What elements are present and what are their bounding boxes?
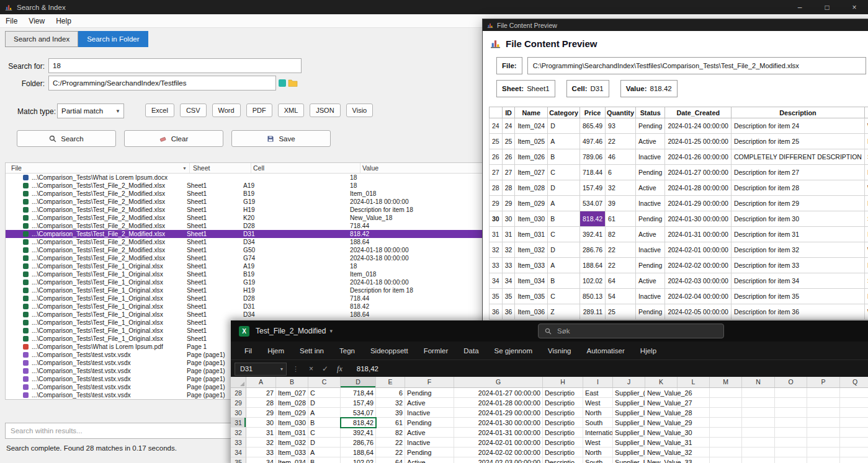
cell[interactable]: 2024-02-02 00:00:00 xyxy=(454,448,543,457)
file-type-button-pdf[interactable]: PDF xyxy=(246,104,272,117)
row-header-33[interactable]: 33 xyxy=(231,438,246,448)
cell[interactable]: 39 xyxy=(376,408,405,418)
cell[interactable]: New_Value_29 xyxy=(645,418,678,428)
preview-row[interactable]: 2424Item_024D865.4993Pending2024-01-24 0… xyxy=(490,118,868,134)
cell[interactable]: New_Value_26 xyxy=(645,388,678,398)
cell[interactable]: Pending xyxy=(405,388,454,398)
cell[interactable]: Item_032 xyxy=(276,438,308,448)
preview-row[interactable]: 2828Item_028D157.4932Active2024-01-28 00… xyxy=(490,180,868,196)
ribbon-tab-data[interactable]: Data xyxy=(463,347,478,355)
cell[interactable]: 534,07 xyxy=(341,408,376,418)
cell[interactable]: Active xyxy=(405,428,454,438)
cell[interactable] xyxy=(807,457,840,463)
cell[interactable] xyxy=(775,438,807,448)
preview-column-header[interactable]: Price xyxy=(579,107,605,118)
cell[interactable]: 34 xyxy=(246,457,276,463)
cell[interactable] xyxy=(710,418,742,428)
formula-bar-value[interactable]: 818,42 xyxy=(357,365,378,373)
column-header-d[interactable]: D xyxy=(341,377,376,387)
ribbon-tab-fil[interactable]: Fil xyxy=(244,347,252,355)
column-header-g[interactable]: G xyxy=(454,377,543,387)
cell[interactable]: New_Value_31 xyxy=(645,438,678,448)
cell[interactable] xyxy=(807,418,840,428)
maximize-button[interactable]: □ xyxy=(813,0,841,14)
cell[interactable]: West xyxy=(583,398,613,408)
cell[interactable]: Item_027 xyxy=(276,388,308,398)
ribbon-tab-tegn[interactable]: Tegn xyxy=(339,347,355,355)
cell[interactable] xyxy=(807,388,840,398)
cell[interactable]: Descriptio xyxy=(543,457,583,463)
search-button[interactable]: Search xyxy=(17,130,116,147)
ribbon-tab-se-gjennom[interactable]: Se gjennom xyxy=(494,347,532,355)
cell[interactable] xyxy=(775,398,807,408)
enter-icon[interactable]: ✓ xyxy=(322,364,328,373)
cell[interactable]: Descriptio xyxy=(543,438,583,448)
cell[interactable] xyxy=(775,408,807,418)
column-header-e[interactable]: E xyxy=(376,377,405,387)
cell[interactable] xyxy=(742,428,775,438)
cell[interactable]: 82 xyxy=(376,428,405,438)
preview-row[interactable]: 2929Item_029A534.0739Inactive2024-01-29 … xyxy=(490,196,868,211)
cell[interactable]: New_Value_32 xyxy=(645,448,678,457)
cell[interactable]: A xyxy=(308,448,341,457)
tab-search-and-index[interactable]: Search and Index xyxy=(5,31,78,47)
cell[interactable]: Descriptio xyxy=(543,398,583,408)
cell[interactable]: Item_034 xyxy=(276,457,308,463)
cell[interactable]: D xyxy=(308,398,341,408)
cell[interactable]: Inactive xyxy=(405,438,454,448)
cell[interactable]: Item_028 xyxy=(276,398,308,408)
cell[interactable]: Supplier_I xyxy=(613,428,645,438)
row-header-34[interactable]: 34 xyxy=(231,448,246,457)
file-type-button-word[interactable]: Word xyxy=(212,104,241,117)
cell[interactable] xyxy=(840,408,868,418)
browse-folder-icon[interactable] xyxy=(288,79,298,87)
cell[interactable]: 188,64 xyxy=(341,448,376,457)
cell[interactable] xyxy=(840,428,868,438)
column-header-j[interactable]: J xyxy=(613,377,645,387)
preview-row[interactable]: 3636Item_036Z289.1125Pending2024-02-05 0… xyxy=(490,304,868,320)
clear-button[interactable]: Clear xyxy=(124,130,223,147)
cell[interactable] xyxy=(742,438,775,448)
menu-view[interactable]: View xyxy=(23,15,50,27)
folder-input[interactable] xyxy=(48,76,276,90)
cell[interactable]: 64 xyxy=(376,457,405,463)
cell[interactable]: 30 xyxy=(246,418,276,428)
preview-row[interactable]: 2525Item_025A497.4622Active2024-01-25 00… xyxy=(490,134,868,149)
cell[interactable]: Active xyxy=(405,398,454,408)
preview-row[interactable]: 3434Item_034B102.0264Active2024-02-03 00… xyxy=(490,273,868,289)
ribbon-tab-hjem[interactable]: Hjem xyxy=(267,347,284,355)
cell[interactable]: 32 xyxy=(246,438,276,448)
cell[interactable] xyxy=(840,448,868,457)
cell[interactable]: Descriptio xyxy=(543,448,583,457)
ribbon-tab-hjelp[interactable]: Hjelp xyxy=(640,347,656,355)
cell[interactable] xyxy=(710,408,742,418)
cell[interactable]: Item_030 xyxy=(276,418,308,428)
column-header-q[interactable]: Q xyxy=(840,377,868,387)
cell[interactable] xyxy=(742,398,775,408)
cell[interactable] xyxy=(840,438,868,448)
column-header-sheet[interactable]: Sheet xyxy=(190,163,251,173)
cell[interactable]: 2024-01-27 00:00:00 xyxy=(454,388,543,398)
folder-action-icon[interactable] xyxy=(279,79,286,87)
row-header-29[interactable]: 29 xyxy=(231,398,246,408)
cell[interactable]: Supplier_I xyxy=(613,418,645,428)
cell[interactable]: 818,42 xyxy=(341,418,376,428)
ribbon-tab-visning[interactable]: Visning xyxy=(548,347,571,355)
preview-row[interactable]: 3333Item_033A188.6422Pending2024-02-02 0… xyxy=(490,258,868,273)
cell[interactable]: 392,41 xyxy=(341,428,376,438)
column-header-b[interactable]: B xyxy=(276,377,308,387)
cell[interactable]: Descriptio xyxy=(543,408,583,418)
cell[interactable]: Internatio xyxy=(583,428,613,438)
cell[interactable] xyxy=(710,388,742,398)
cell[interactable]: North xyxy=(583,448,613,457)
cell[interactable]: 27 xyxy=(246,388,276,398)
preview-column-header[interactable]: Status xyxy=(635,107,665,118)
cell[interactable] xyxy=(840,388,868,398)
column-header-i[interactable]: I xyxy=(583,377,613,387)
cell[interactable]: East xyxy=(583,388,613,398)
cell[interactable]: Item_033 xyxy=(276,448,308,457)
cell[interactable]: Supplier_( xyxy=(613,388,645,398)
preview-row[interactable]: 3232Item_032D286.7622Inactive2024-02-01 … xyxy=(490,242,868,258)
cell[interactable] xyxy=(742,448,775,457)
more-options-icon[interactable]: ⋮ xyxy=(292,365,299,373)
